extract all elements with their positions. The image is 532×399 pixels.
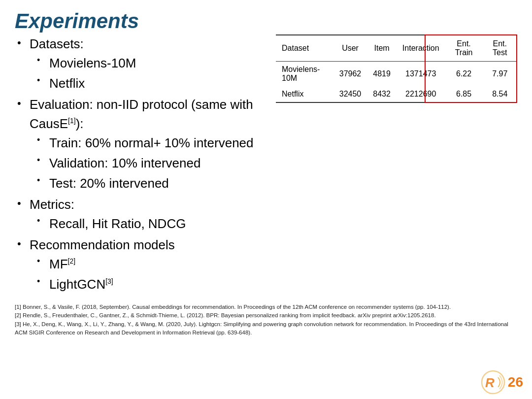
table-row: Movielens-10M 37962 4819 1371473 6.22 7.… [276, 62, 517, 87]
table-row: Netflix 32450 8432 2212690 6.85 8.54 [276, 86, 517, 102]
col-ent-test: Ent. Test [483, 35, 517, 62]
ref-1-sup: [1] [68, 117, 76, 125]
table-area: Dataset User Item Interaction Ent. Train… [276, 34, 517, 103]
experiments-table: Dataset User Item Interaction Ent. Train… [276, 34, 517, 103]
metrics-sub-list: Recall, Hit Ratio, NDCG [34, 214, 261, 233]
col-item: Item [367, 35, 397, 62]
cell-user-1: 37962 [333, 62, 367, 87]
cell-dataset-2: Netflix [276, 86, 333, 102]
cell-ent-train-1: 6.22 [445, 62, 483, 87]
ref-3-sup: [3] [105, 278, 113, 286]
cell-dataset-1: Movielens-10M [276, 62, 333, 87]
bullet-datasets: Datasets: Movielens-10M Netflix [15, 34, 261, 93]
col-interaction: Interaction [397, 35, 445, 62]
rec-models-sub-list: MF[2] LightGCN[3] [34, 255, 261, 294]
cell-item-1: 4819 [367, 62, 397, 87]
eval-test: Test: 20% intervened [34, 174, 261, 193]
cell-ent-test-2: 8.54 [483, 86, 517, 102]
cell-item-2: 8432 [367, 86, 397, 102]
ref-2: [2] Rendle, S., Freudenthaler, C., Gantn… [15, 311, 517, 320]
cell-interaction-2: 2212690 [397, 86, 445, 102]
main-bullet-list: Datasets: Movielens-10M Netflix Evaluati… [15, 34, 261, 294]
eval-train: Train: 60% normal+ 10% intervened [34, 133, 261, 153]
slide-number: 26 [508, 374, 523, 390]
cell-interaction-1: 1371473 [397, 62, 445, 87]
ref-1: [1] Bonner, S., & Vasile, F. (2018, Sept… [15, 303, 517, 311]
cell-ent-test-1: 7.97 [483, 62, 517, 87]
evaluation-sub-list: Train: 60% normal+ 10% intervened Valida… [34, 133, 261, 193]
model-mf: MF[2] [34, 255, 261, 274]
dataset-netflix: Netflix [34, 74, 261, 93]
references-section: [1] Bonner, S., & Vasile, F. (2018, Sept… [15, 303, 517, 337]
bullet-evaluation: Evaluation: non-IID protocol (same with … [15, 95, 261, 193]
bullet-content: Datasets: Movielens-10M Netflix Evaluati… [15, 34, 261, 296]
ref-3: [3] He, X., Deng, K., Wang, X., Li, Y., … [15, 320, 517, 337]
col-ent-train: Ent. Train [445, 35, 483, 62]
bottom-right-area: R 26 [480, 369, 523, 395]
svg-text:R: R [485, 375, 495, 390]
dataset-movielens: Movielens-10M [34, 54, 261, 73]
datasets-sub-list: Movielens-10M Netflix [34, 54, 261, 93]
page-title: Experiments [15, 10, 139, 33]
cell-user-2: 32450 [333, 86, 367, 102]
col-dataset: Dataset [276, 35, 333, 62]
bullet-metrics: Metrics: Recall, Hit Ratio, NDCG [15, 195, 261, 233]
recfun-logo-icon: R [480, 369, 506, 395]
metric-items: Recall, Hit Ratio, NDCG [34, 214, 261, 233]
slide-container: Experiments Datasets: Movielens-10M Netf… [0, 0, 532, 399]
ref-2-sup: [2] [68, 258, 76, 266]
bullet-rec-models: Recommendation models MF[2] LightGCN[3] [15, 235, 261, 294]
evaluation-label: Evaluation: non-IID protocol (same with … [30, 97, 253, 131]
eval-validation: Validation: 10% intervened [34, 154, 261, 173]
bullet-datasets-label: Datasets: [30, 36, 84, 51]
col-user: User [333, 35, 367, 62]
cell-ent-train-2: 6.85 [445, 86, 483, 102]
table-wrapper: Dataset User Item Interaction Ent. Train… [276, 34, 517, 103]
model-lightgcn: LightGCN[3] [34, 275, 261, 294]
table-header-row: Dataset User Item Interaction Ent. Train… [276, 35, 517, 62]
